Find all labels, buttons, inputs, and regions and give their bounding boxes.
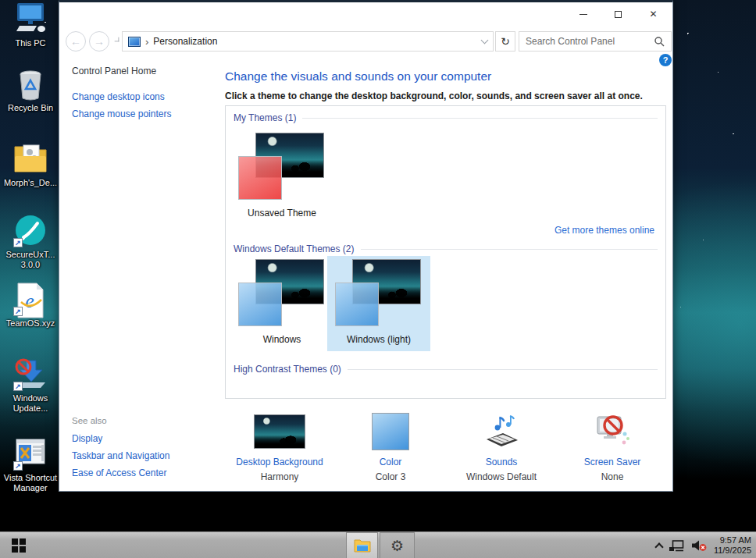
maximize-icon [615,11,622,18]
sounds-link[interactable]: Sounds [447,457,556,467]
theme-item-windows[interactable]: Windows [234,259,330,345]
color-link[interactable]: Color [336,457,445,467]
theme-name: Windows (light) [330,334,427,345]
help-icon[interactable]: ? [659,54,672,66]
sidebar-item-ease-of-access-center[interactable]: Ease of Access Center [72,467,166,478]
sounds-value: Windows Default [447,471,556,482]
desktop-icon-label: Recycle Bin [0,103,61,113]
this-pc-icon [12,2,48,37]
desktop-icon-this-pc[interactable]: This PC [0,2,61,48]
screen-saver-value: None [558,471,667,482]
search-box[interactable] [519,31,672,52]
theme-settings-row: Desktop Background Harmony Color Color 3… [225,411,667,482]
sidebar-item-control-panel-home[interactable]: Control Panel Home [72,66,156,76]
address-bar[interactable]: › Personalization [122,31,494,52]
minimize-icon [579,14,587,15]
page-subtitle: Click a theme to change the desktop back… [225,91,643,101]
color-setting: Color Color 3 [336,411,445,482]
paintbrush-circle-icon: ↗ [12,214,48,248]
theme-name: Windows [234,334,330,345]
my-themes-group-label: My Themes (1) [234,112,658,123]
desktop-icon-vista-shortcut-manager[interactable]: ↗ Vista Shortcut Manager [0,437,61,493]
gear-icon: ⚙ [390,538,404,553]
search-input[interactable] [526,36,654,47]
shortcut-arrow-icon: ↗ [13,238,23,247]
screen-saver-link[interactable]: Screen Saver [558,457,667,467]
volume-muted-icon[interactable] [691,540,707,551]
internet-explorer-document-icon: e ↗ [12,283,48,317]
screen-saver-icon[interactable] [593,414,632,450]
forward-arrow-icon: → [94,35,105,48]
svg-text:e: e [25,290,34,312]
maximize-button[interactable] [601,4,636,24]
system-tray: 9:57 AM 11/9/2025 [656,532,754,558]
sidebar-item-display[interactable]: Display [72,433,102,444]
theme-color-overlay-red [238,156,282,200]
desktop-icon-teamos[interactable]: e ↗ TeamOS.xyz [0,283,61,329]
theme-color-overlay-blue [238,283,282,326]
sounds-setting: Sounds Windows Default [447,411,556,482]
shortcut-arrow-icon: ↗ [13,382,23,391]
taskbar-file-explorer-button[interactable] [346,532,378,558]
breadcrumb[interactable]: Personalization [153,36,217,47]
taskbar-clock[interactable]: 9:57 AM 11/9/2025 [714,535,751,556]
default-themes-group-label: Windows Default Themes (2) [234,243,658,254]
theme-item-windows-light-selected[interactable]: Windows (light) [327,256,430,351]
recycle-bin-icon [12,67,48,101]
tray-time: 9:57 AM [714,535,751,546]
minimize-button[interactable] [565,4,601,24]
sounds-icon[interactable] [482,414,521,450]
file-explorer-icon [354,538,371,553]
window-x-icon: ↗ [12,437,48,471]
desktop-icon-label: Morph's_De... [0,178,61,188]
desktop-icon-label: Vista Shortcut Manager [0,473,61,493]
shortcut-arrow-icon: ↗ [13,307,23,316]
tray-chevron-up-icon[interactable] [654,542,663,551]
desktop-icon-recycle-bin[interactable]: Recycle Bin [0,67,61,113]
start-button[interactable] [0,532,37,558]
desktop-icon-label: This PC [0,38,61,48]
screen-saver-setting: Screen Saver None [558,411,667,482]
theme-name: Unsaved Theme [234,208,330,219]
see-also-heading: See also [72,416,107,425]
sidebar-item-change-desktop-icons[interactable]: Change desktop icons [72,91,165,102]
high-contrast-group-label: High Contrast Themes (0) [234,364,658,375]
sidebar-item-taskbar-and-navigation[interactable]: Taskbar and Navigation [72,450,169,461]
page-title: Change the visuals and sounds on your co… [225,69,491,84]
desktop-icon-windows-update-blocker[interactable]: ↗ Windows Update... [0,357,61,414]
windows-logo-icon [12,538,26,553]
desktop-background-thumbnail[interactable] [254,414,305,449]
forward-button[interactable]: → [89,31,109,52]
refresh-button[interactable]: ↻ [495,31,515,52]
color-value: Color 3 [336,471,445,482]
back-button[interactable]: ← [66,31,86,52]
tray-date: 11/9/2025 [714,546,751,556]
desktop-icon-label: Windows Update... [0,393,61,414]
blocked-update-icon: ↗ [12,357,48,392]
window-controls: ✕ [565,4,671,24]
themes-panel: My Themes (1) Unsaved Theme Get more the… [225,105,666,399]
desktop-icon-label: SecureUxT... 3.0.0 [0,250,61,270]
network-icon[interactable] [669,540,684,552]
theme-color-overlay-blue [335,283,379,326]
back-arrow-icon: ← [70,35,81,48]
desktop-background-link[interactable]: Desktop Background [225,457,334,467]
desktop-background-value: Harmony [225,471,334,482]
theme-item-unsaved[interactable]: Unsaved Theme [234,133,330,219]
folder-icon [12,142,48,176]
desktop-icon-morphs-folder[interactable]: Morph's_De... [0,142,61,188]
breadcrumb-chevron-icon: › [145,36,148,48]
desktop-icon-secureux[interactable]: ↗ SecureUxT... 3.0.0 [0,214,61,270]
search-icon [654,37,665,47]
desktop-background-setting: Desktop Background Harmony [225,411,334,482]
recent-pages-chevron-icon[interactable] [115,37,119,42]
sidebar-item-change-mouse-pointers[interactable]: Change mouse pointers [72,108,171,119]
personalization-icon [128,37,141,47]
desktop-icon-label: TeamOS.xyz [0,318,61,329]
taskbar-settings-button[interactable]: ⚙ [380,532,415,558]
close-button[interactable]: ✕ [636,4,671,24]
color-swatch[interactable] [372,413,409,450]
taskbar: ⚙ 9:57 AM 11/9/2025 [0,531,756,558]
get-more-themes-link[interactable]: Get more themes online [555,225,654,236]
address-dropdown-chevron-icon[interactable] [481,37,489,44]
